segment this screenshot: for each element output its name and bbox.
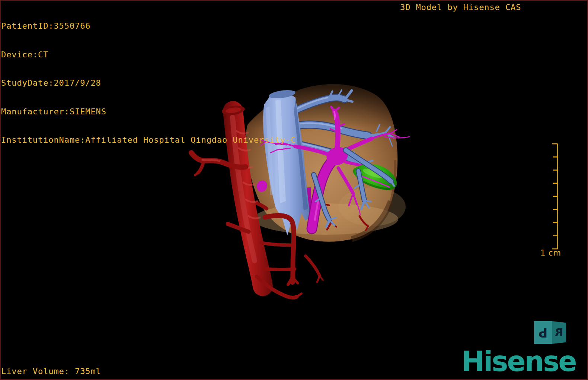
scale-bar [547,142,560,252]
orientation-face-posterior[interactable]: P [534,321,552,344]
orientation-letter-r: R [555,327,563,338]
patient-id-line: PatientID:3550766 [1,21,296,31]
hisense-logo: Hisense [461,348,576,375]
institution-line: InstitutionName:Affiliated Hospital Qing… [1,135,296,145]
manufacturer-line: Manufacturer:SIEMENS [1,107,296,117]
scale-bar-ticks [552,144,558,249]
study-date-line: StudyDate:2017/9/28 [1,78,296,88]
device-line: Device:CT [1,50,296,60]
scale-bar-label: 1 cm [538,248,563,257]
view-title: 3D Model by Hisense CAS [400,3,521,12]
patient-info-block: PatientID:3550766 Device:CT StudyDate:20… [1,2,296,164]
orientation-face-right[interactable]: R [552,321,566,344]
orientation-cube[interactable]: P R [534,321,566,344]
liver-volume-label: Liver Volume: 735ml [1,367,101,376]
orientation-letter-p: P [539,326,547,339]
viewer-window: PatientID:3550766 Device:CT StudyDate:20… [0,0,588,380]
